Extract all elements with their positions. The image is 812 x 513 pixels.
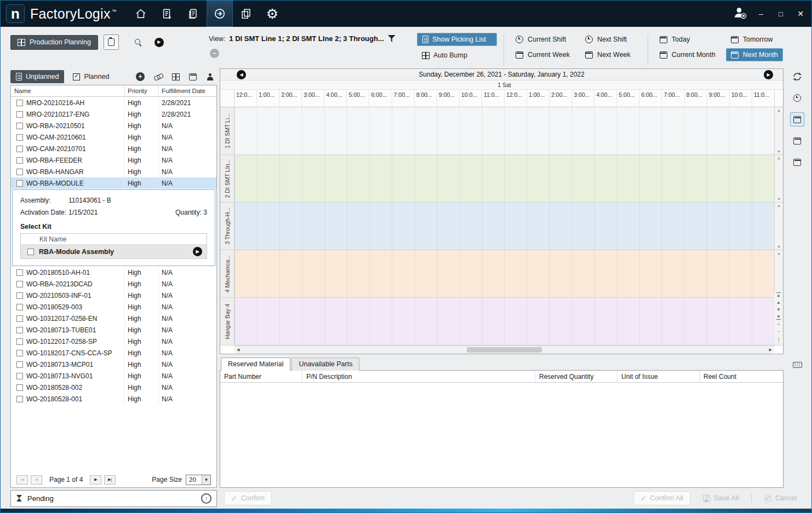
confirm-button[interactable]: Confirm: [224, 491, 272, 505]
row-checkbox[interactable]: [16, 361, 23, 368]
row-scrollbar[interactable]: [774, 107, 783, 154]
table-row[interactable]: MRO-20210217-ENG High 2/28/2021: [11, 108, 216, 120]
scroll-down-icon[interactable]: [776, 307, 781, 312]
row-checkbox[interactable]: [16, 100, 23, 106]
scroll-up-icon[interactable]: [776, 300, 781, 305]
tab-unavailable-parts[interactable]: Unavailable Parts: [291, 358, 359, 371]
previous-period-icon[interactable]: [237, 70, 246, 79]
home-icon[interactable]: [128, 1, 154, 27]
maximize-button[interactable]: [775, 9, 786, 18]
reports-icon[interactable]: [233, 1, 259, 27]
scheduling-icon[interactable]: [207, 1, 233, 27]
row-checkbox[interactable]: [16, 373, 23, 379]
row-checkbox[interactable]: [16, 157, 23, 164]
row-checkbox[interactable]: [16, 304, 23, 310]
table-row[interactable]: WO-10312017-0258-EN High N/A: [11, 313, 216, 324]
expand-pending-icon[interactable]: [201, 493, 211, 504]
table-row[interactable]: WO-RBA-20210501 High N/A: [11, 120, 216, 131]
settings-gear-icon[interactable]: ⚙: [259, 1, 285, 27]
zoom-in-icon[interactable]: +: [777, 322, 780, 327]
table-row[interactable]: WO-20210503-INF-01 High N/A: [11, 290, 216, 301]
current-shift-button[interactable]: Current Shift: [511, 33, 575, 46]
row-checkbox[interactable]: [16, 146, 23, 152]
planning-forms-icon[interactable]: [154, 1, 180, 27]
add-icon[interactable]: [136, 72, 145, 81]
production-planning-button[interactable]: Production Planning: [10, 35, 98, 50]
table-row[interactable]: WO-20180510-AH-01 High N/A: [11, 267, 216, 278]
table-row[interactable]: WO-20180713-TUBE01 High N/A: [11, 324, 216, 336]
week-view-icon[interactable]: [790, 134, 804, 148]
row-checkbox[interactable]: [16, 134, 23, 141]
column-header-reserved-quantity[interactable]: Reserved Quantity: [535, 371, 617, 382]
row-checkbox[interactable]: [16, 327, 23, 333]
table-row[interactable]: WO-20180528-001 High N/A: [11, 393, 216, 405]
table-row[interactable]: WO-20180713-NVG01 High N/A: [11, 370, 216, 382]
current-week-button[interactable]: Current Week: [511, 48, 575, 61]
row-checkbox[interactable]: [16, 292, 23, 299]
column-header-fulfillment-date[interactable]: Fulfillment Date: [159, 85, 216, 96]
horizontal-scrollbar[interactable]: [235, 345, 774, 354]
table-row[interactable]: WO-RBA-20213DCAD High N/A: [11, 278, 216, 290]
pending-bar[interactable]: Pending: [10, 490, 217, 507]
cursor-marker-icon[interactable]: |: [778, 336, 779, 341]
table-row[interactable]: WO-RBA-HANGAR High N/A: [11, 166, 216, 177]
close-button[interactable]: [795, 9, 806, 18]
next-month-button[interactable]: Next Month: [726, 48, 783, 61]
copy-plan-button[interactable]: [104, 34, 119, 50]
auto-bump-button[interactable]: Auto Bump: [417, 49, 497, 61]
row-checkbox[interactable]: [16, 384, 23, 391]
calendar-check-icon[interactable]: [189, 73, 197, 80]
row-checkbox[interactable]: [16, 281, 23, 287]
view-value[interactable]: 1 DI SMT Line 1; 2 DI SMT LIne 2; 3 Thro…: [229, 34, 384, 43]
row-scroll-up-icon[interactable]: [777, 251, 781, 255]
table-row[interactable]: MRO-20210216-AH High 2/28/2021: [11, 97, 216, 108]
row-scroll-up-icon[interactable]: [777, 108, 781, 112]
scroll-bottom-icon[interactable]: [776, 314, 781, 320]
column-header-name[interactable]: Name: [11, 85, 125, 96]
row-checkbox[interactable]: [16, 350, 23, 356]
row-scroll-up-icon[interactable]: [777, 156, 781, 160]
table-row[interactable]: WO-10182017-CNS-CCA-SP High N/A: [11, 347, 216, 359]
remove-view-icon[interactable]: [210, 49, 219, 58]
next-week-button[interactable]: Next Week: [580, 48, 636, 61]
cancel-button[interactable]: Cancel: [757, 491, 804, 505]
table-row[interactable]: WO-20180713-MCP01 High N/A: [11, 359, 216, 370]
pager-last-button[interactable]: [104, 475, 116, 485]
column-header-reel-count[interactable]: Reel Count: [700, 371, 783, 382]
row-scrollbar[interactable]: [774, 250, 783, 297]
column-header-unit-of-issue[interactable]: Unit of Issue: [617, 371, 700, 382]
column-header-part-number[interactable]: Part Number: [220, 371, 302, 382]
row-checkbox[interactable]: [16, 180, 23, 187]
kit-row[interactable]: RBA-Module Assembly: [21, 245, 207, 258]
pager-previous-button[interactable]: [31, 475, 42, 485]
schedule-row-band[interactable]: [235, 298, 774, 345]
tomorrow-button[interactable]: Tomorrow: [726, 33, 783, 46]
row-checkbox[interactable]: [16, 315, 23, 322]
month-view-icon[interactable]: [790, 155, 804, 169]
go-icon[interactable]: [155, 38, 164, 47]
next-period-icon[interactable]: [764, 70, 773, 79]
table-row[interactable]: WO-20180528-002 High N/A: [11, 382, 216, 393]
save-all-button[interactable]: Save All: [696, 491, 746, 505]
tab-unplanned[interactable]: Unplanned: [10, 70, 64, 83]
row-checkbox[interactable]: [16, 396, 23, 402]
table-row[interactable]: WO-CAM-20210601 High N/A: [11, 131, 216, 143]
row-checkbox[interactable]: [16, 269, 23, 276]
column-header-pn-description[interactable]: P/N Description: [302, 371, 535, 382]
table-row[interactable]: WO-CAM-20210701 High N/A: [11, 143, 216, 154]
pager-first-button[interactable]: [16, 475, 28, 485]
pager-next-button[interactable]: [90, 475, 101, 485]
user-logout-icon[interactable]: [733, 5, 747, 22]
show-picking-list-button[interactable]: Show Picking List: [417, 33, 497, 46]
refresh-schedule-icon[interactable]: [790, 70, 804, 84]
column-header-priority[interactable]: Priority: [125, 85, 159, 96]
row-checkbox[interactable]: [16, 111, 23, 118]
table-row[interactable]: WO-20180529-003 High N/A: [11, 301, 216, 313]
today-button[interactable]: Today: [655, 33, 720, 46]
scroll-right-icon[interactable]: [769, 348, 772, 352]
scrollbar-thumb[interactable]: [467, 347, 542, 353]
row-checkbox[interactable]: [16, 169, 23, 175]
row-scroll-down-icon[interactable]: [777, 197, 781, 201]
person-icon[interactable]: [206, 73, 214, 80]
table-row[interactable]: WO-RBA-MODULE High N/A: [11, 177, 216, 189]
